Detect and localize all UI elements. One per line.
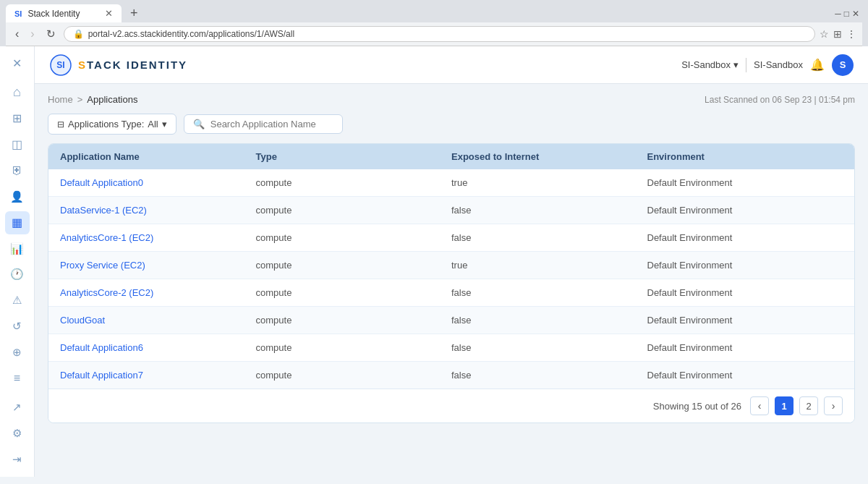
- tab-title: Stack Identity: [27, 9, 80, 19]
- app-environment: Default Environment: [647, 315, 843, 326]
- sidebar-item-user[interactable]: 👤: [5, 185, 30, 208]
- app-name-link[interactable]: Proxy Service (EC2): [60, 260, 256, 271]
- sidebar-item-share[interactable]: ↗: [5, 396, 30, 419]
- breadcrumb: Home > Applications: [48, 94, 137, 105]
- sidebar-item-settings[interactable]: ⚙: [5, 422, 30, 445]
- tab-bar: SI Stack Identity ✕ + ─ □ ✕: [6, 4, 862, 22]
- sidebar-item-grid[interactable]: ⊞: [5, 107, 30, 130]
- svg-text:SI: SI: [56, 60, 64, 70]
- sidebar-item-shield[interactable]: ⛨: [5, 159, 30, 182]
- browser-toolbar: ‹ › ↻ 🔒 portal-v2.acs.stackidentity.com/…: [6, 22, 862, 46]
- minimize-button[interactable]: ─: [835, 9, 841, 19]
- breadcrumb-current: Applications: [87, 94, 137, 105]
- app-type: compute: [256, 177, 452, 188]
- app-name-link[interactable]: DataService-1 (EC2): [60, 205, 256, 216]
- app-name-link[interactable]: Default Application7: [60, 370, 256, 381]
- app-exposed: false: [451, 342, 647, 353]
- new-tab-button[interactable]: +: [124, 4, 144, 22]
- header-right: SI-Sandbox ▾ SI-Sandbox 🔔 S: [681, 54, 854, 76]
- menu-button[interactable]: ⋮: [846, 28, 856, 40]
- table-header: Application Name Type Exposed to Interne…: [48, 144, 854, 169]
- breadcrumb-home[interactable]: Home: [48, 94, 73, 105]
- sidebar-item-tag[interactable]: ⊕: [5, 341, 30, 364]
- notification-label: SI-Sandbox: [754, 59, 803, 70]
- app-name-link[interactable]: Default Application6: [60, 342, 256, 353]
- pagination-page-2[interactable]: 2: [799, 396, 818, 415]
- applications-table: Application Name Type Exposed to Interne…: [48, 143, 855, 423]
- sidebar-item-clock[interactable]: 🕐: [5, 263, 30, 286]
- logo-icon: SI: [49, 54, 72, 77]
- pagination-page-1[interactable]: 1: [775, 396, 793, 415]
- back-button[interactable]: ‹: [12, 26, 22, 42]
- sidebar-item-chart[interactable]: 📊: [5, 237, 30, 260]
- app-environment: Default Environment: [647, 232, 843, 243]
- env-label: SI-Sandbox: [681, 59, 731, 70]
- last-scanned: Last Scanned on 06 Sep 23 | 01:54 pm: [705, 95, 855, 105]
- maximize-button[interactable]: □: [844, 9, 849, 19]
- app-type: compute: [256, 287, 452, 298]
- app-exposed: true: [451, 260, 647, 271]
- sidebar-item-logout[interactable]: ⇥: [5, 448, 30, 471]
- app-environment: Default Environment: [647, 370, 843, 381]
- pagination: Showing 15 out of 26 ‹ 1 2 ›: [48, 389, 854, 423]
- notification-bell-icon[interactable]: 🔔: [810, 58, 825, 72]
- forward-button[interactable]: ›: [27, 26, 38, 42]
- tab-close-icon[interactable]: ✕: [105, 8, 113, 19]
- main-content: SI STACK IDENTITY SI-Sandbox ▾ SI-Sandbo…: [35, 46, 868, 477]
- app-name-link[interactable]: Default Application0: [60, 177, 256, 188]
- toolbar: ⊟ Applications Type: All ▾ 🔍: [48, 114, 855, 135]
- app-exposed: false: [451, 205, 647, 216]
- pagination-prev[interactable]: ‹: [750, 396, 769, 415]
- logo-text: STACK IDENTITY: [78, 59, 187, 71]
- app-type: compute: [256, 370, 452, 381]
- header-divider: [746, 58, 746, 72]
- url-text: portal-v2.acs.stackidentity.com/applicat…: [88, 29, 294, 39]
- sidebar: ✕ ⌂ ⊞ ◫ ⛨ 👤 ▦ 📊 🕐 ⚠ ↺ ⊕ ≡ ↗ ⚙ ⇥: [0, 46, 35, 477]
- sidebar-item-apps[interactable]: ▦: [5, 211, 30, 234]
- app-environment: Default Environment: [647, 287, 843, 298]
- app-type: compute: [256, 315, 452, 326]
- table-row: Default Application6 compute false Defau…: [48, 334, 854, 362]
- address-bar[interactable]: 🔒 portal-v2.acs.stackidentity.com/applic…: [64, 26, 815, 42]
- close-window-button[interactable]: ✕: [852, 9, 859, 19]
- reload-button[interactable]: ↻: [43, 26, 59, 42]
- app-environment: Default Environment: [647, 177, 843, 188]
- sidebar-item-history[interactable]: ↺: [5, 315, 30, 338]
- user-avatar[interactable]: S: [832, 54, 854, 76]
- table-row: Default Application0 compute true Defaul…: [48, 169, 854, 197]
- app-environment: Default Environment: [647, 342, 843, 353]
- app-name-link[interactable]: AnalyticsCore-1 (EC2): [60, 232, 256, 243]
- filter-dropdown-icon: ▾: [162, 119, 167, 130]
- app-exposed: false: [451, 287, 647, 298]
- browser-chrome: SI Stack Identity ✕ + ─ □ ✕ ‹ › ↻ 🔒 port…: [0, 0, 868, 46]
- app-environment: Default Environment: [647, 205, 843, 216]
- environment-selector[interactable]: SI-Sandbox ▾: [681, 59, 739, 70]
- app-type: compute: [256, 260, 452, 271]
- app-name-link[interactable]: AnalyticsCore-2 (EC2): [60, 287, 256, 298]
- sidebar-close-icon[interactable]: ✕: [5, 52, 30, 75]
- app-exposed: false: [451, 315, 647, 326]
- search-input[interactable]: [210, 119, 333, 130]
- app-environment: Default Environment: [647, 260, 843, 271]
- active-tab[interactable]: SI Stack Identity ✕: [6, 4, 122, 22]
- app-name-link[interactable]: CloudGoat: [60, 315, 256, 326]
- sidebar-item-alert[interactable]: ⚠: [5, 289, 30, 312]
- sidebar-item-bars[interactable]: ≡: [5, 367, 30, 390]
- pagination-next[interactable]: ›: [824, 396, 843, 415]
- filter-button[interactable]: ⊟ Applications Type: All ▾: [48, 114, 176, 135]
- sidebar-item-layers[interactable]: ◫: [5, 133, 30, 156]
- table-row: CloudGoat compute false Default Environm…: [48, 307, 854, 334]
- table-row: Proxy Service (EC2) compute true Default…: [48, 252, 854, 279]
- app-exposed: true: [451, 177, 647, 188]
- filter-value: All: [148, 119, 158, 130]
- app-wrapper: ✕ ⌂ ⊞ ◫ ⛨ 👤 ▦ 📊 🕐 ⚠ ↺ ⊕ ≡ ↗ ⚙ ⇥ SI STACK…: [0, 46, 868, 477]
- search-box: 🔍: [184, 114, 343, 134]
- extensions-button[interactable]: ⊞: [833, 28, 842, 40]
- filter-label: Applications Type:: [68, 119, 144, 130]
- bookmark-button[interactable]: ☆: [820, 28, 829, 40]
- breadcrumb-row: Home > Applications Last Scanned on 06 S…: [48, 94, 855, 105]
- table-row: AnalyticsCore-1 (EC2) compute false Defa…: [48, 224, 854, 252]
- app-type: compute: [256, 342, 452, 353]
- sidebar-item-home[interactable]: ⌂: [5, 81, 30, 104]
- app-type: compute: [256, 232, 452, 243]
